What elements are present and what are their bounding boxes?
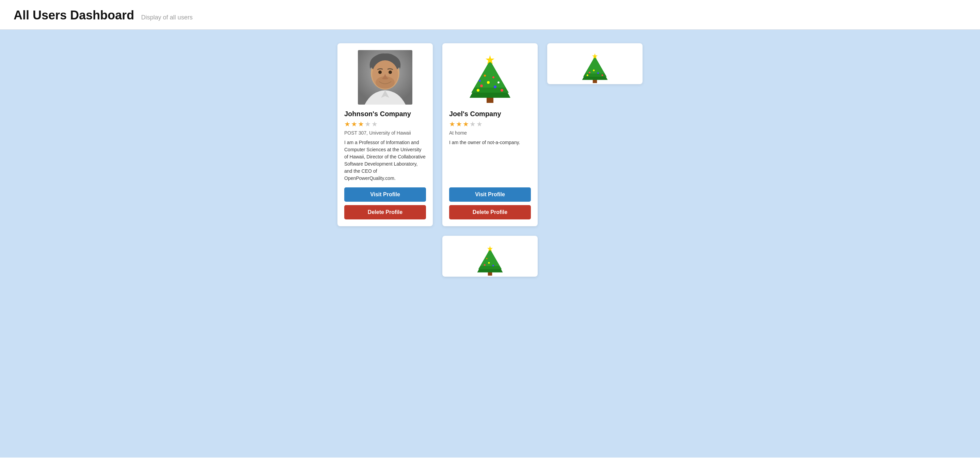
star-5: ★ (372, 120, 378, 128)
visit-profile-button-johnson[interactable]: Visit Profile (344, 187, 426, 202)
main-content: Johnson's Company ★ ★ ★ ★ ★ POST 307, Un… (0, 30, 980, 457)
avatar-partial-2 (473, 242, 507, 277)
svg-marker-11 (475, 60, 505, 88)
user-card-partial-2 (442, 236, 538, 277)
stars-johnson: ★ ★ ★ ★ ★ (344, 120, 378, 128)
location-joel: At home (449, 130, 467, 135)
user-card-joel: Joel's Company ★ ★ ★ ★ ★ At home I am th… (442, 43, 538, 226)
star-2: ★ (351, 120, 357, 128)
svg-point-27 (593, 70, 595, 71)
svg-point-16 (477, 89, 479, 92)
svg-point-19 (498, 81, 500, 83)
delete-profile-button-johnson[interactable]: Delete Profile (344, 205, 426, 220)
svg-point-6 (388, 70, 392, 74)
star-4: ★ (365, 120, 371, 128)
svg-point-13 (487, 81, 490, 84)
page-header: All Users Dashboard Display of all users (0, 0, 980, 30)
star-2: ★ (456, 120, 462, 128)
svg-point-15 (501, 89, 503, 92)
svg-marker-25 (585, 57, 605, 73)
company-name-joel: Joel's Company (449, 110, 501, 118)
star-1: ★ (344, 120, 350, 128)
svg-point-29 (601, 74, 603, 76)
svg-point-14 (494, 86, 496, 88)
avatar-joel (463, 50, 517, 105)
star-3: ★ (463, 120, 469, 128)
avatar-partial-1 (578, 50, 612, 84)
bio-johnson: I am a Professor of Information and Comp… (344, 139, 426, 182)
location-johnson: POST 307, University of Hawaii (344, 130, 411, 135)
svg-point-26 (589, 72, 590, 73)
svg-point-5 (378, 70, 382, 74)
star-1: ★ (449, 120, 455, 128)
bio-joel: I am the owner of not-a-company. (449, 139, 520, 182)
svg-point-38 (492, 265, 494, 266)
stars-joel: ★ ★ ★ ★ ★ (449, 120, 482, 128)
visit-profile-button-joel[interactable]: Visit Profile (449, 187, 531, 202)
avatar-johnson (358, 50, 412, 105)
delete-profile-button-joel[interactable]: Delete Profile (449, 205, 531, 220)
svg-point-36 (484, 264, 485, 266)
svg-point-28 (597, 72, 599, 74)
company-name-johnson: Johnson's Company (344, 110, 411, 118)
svg-point-20 (479, 80, 481, 82)
star-3: ★ (358, 120, 364, 128)
users-grid: Johnson's Company ★ ★ ★ ★ ★ POST 307, Un… (337, 43, 643, 277)
star-4: ★ (469, 120, 476, 128)
svg-point-17 (484, 75, 486, 76)
page-subtitle: Display of all users (141, 14, 193, 21)
svg-point-7 (375, 76, 395, 89)
user-card-partial-1 (547, 43, 643, 84)
svg-point-30 (587, 74, 589, 76)
svg-point-12 (480, 84, 483, 87)
page-title: All Users Dashboard (14, 8, 134, 22)
svg-point-37 (488, 262, 490, 264)
user-card-johnson: Johnson's Company ★ ★ ★ ★ ★ POST 307, Un… (337, 43, 433, 226)
svg-marker-35 (480, 249, 500, 266)
svg-point-39 (486, 258, 488, 259)
svg-point-18 (492, 76, 495, 78)
star-5: ★ (476, 120, 482, 128)
